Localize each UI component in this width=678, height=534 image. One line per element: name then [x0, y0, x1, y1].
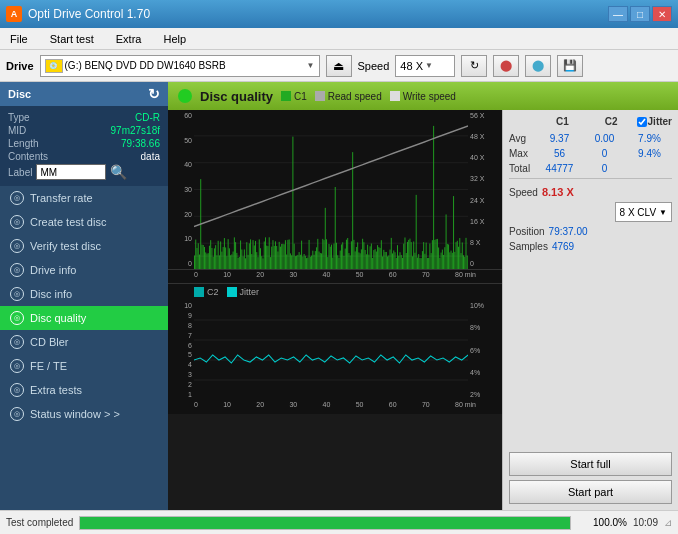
svg-rect-88: [296, 256, 297, 269]
svg-rect-182: [413, 241, 414, 269]
svg-rect-96: [306, 258, 307, 269]
svg-rect-42: [239, 257, 240, 269]
refresh-button[interactable]: ↻: [461, 55, 487, 77]
menu-bar: File Start test Extra Help: [0, 28, 678, 50]
svg-rect-41: [238, 258, 239, 269]
legend-jitter-label: Jitter: [240, 287, 260, 297]
svg-rect-82: [289, 239, 290, 269]
sidebar-item-cd-bler[interactable]: ◎ CD Bler: [0, 330, 168, 354]
drive-select[interactable]: 💿 (G:) BENQ DVD DD DW1640 BSRB ▼: [40, 55, 320, 77]
svg-rect-160: [386, 252, 387, 269]
svg-rect-49: [248, 255, 249, 269]
svg-rect-147: [370, 246, 371, 269]
svg-rect-20: [211, 248, 212, 269]
sidebar-item-extra-tests[interactable]: ◎ Extra tests: [0, 378, 168, 402]
svg-rect-185: [417, 258, 418, 269]
start-part-button[interactable]: Start part: [509, 480, 672, 504]
svg-rect-59: [260, 248, 261, 269]
svg-rect-44: [241, 249, 242, 269]
disc-label-input[interactable]: [36, 164, 106, 180]
svg-rect-39: [235, 242, 236, 269]
speed-select[interactable]: 48 X ▼: [395, 55, 455, 77]
y-right-56x: 56 X: [470, 112, 500, 119]
resize-grip-icon: ⊿: [664, 517, 672, 528]
sidebar-item-disc-info[interactable]: ◎ Disc info: [0, 282, 168, 306]
y-right-32x: 32 X: [470, 175, 500, 182]
y-right-16x: 16 X: [470, 218, 500, 225]
svg-rect-30: [224, 238, 225, 269]
speed-value: 48 X: [400, 60, 423, 72]
drive-eject-button[interactable]: ⏏: [326, 55, 352, 77]
svg-rect-178: [408, 240, 409, 269]
sidebar-item-verify-test-disc[interactable]: ◎ Verify test disc: [0, 234, 168, 258]
extra-tests-label: Extra tests: [30, 384, 82, 396]
svg-rect-87: [295, 256, 296, 269]
minimize-button[interactable]: —: [608, 6, 628, 22]
svg-rect-76: [281, 244, 282, 269]
start-full-button[interactable]: Start full: [509, 452, 672, 476]
disc-quality-icon: ◎: [10, 311, 24, 325]
y-right-10pct: 10%: [470, 302, 500, 309]
svg-rect-222: [463, 255, 464, 269]
sidebar-item-fe-te[interactable]: ◎ FE / TE: [0, 354, 168, 378]
svg-rect-155: [380, 248, 381, 269]
svg-rect-192: [426, 243, 427, 269]
svg-rect-48: [246, 242, 247, 269]
avg-jitter: 7.9%: [627, 133, 672, 144]
svg-rect-152: [376, 252, 377, 269]
save-button[interactable]: 💾: [557, 55, 583, 77]
close-button[interactable]: ✕: [652, 6, 672, 22]
y-right-24x: 24 X: [470, 197, 500, 204]
sidebar-item-status-window[interactable]: ◎ Status window > >: [0, 402, 168, 426]
sidebar-item-transfer-rate[interactable]: ◎ Transfer rate: [0, 186, 168, 210]
max-jitter: 9.4%: [627, 148, 672, 159]
svg-rect-117: [332, 258, 333, 269]
svg-rect-71: [275, 241, 276, 269]
svg-rect-196: [431, 253, 432, 269]
y-right-4pct: 4%: [470, 369, 500, 376]
menu-start-test[interactable]: Start test: [44, 31, 100, 47]
legend-c1: C1: [281, 91, 307, 102]
svg-rect-110: [324, 240, 325, 269]
maximize-button[interactable]: □: [630, 6, 650, 22]
svg-rect-34: [229, 248, 230, 269]
disc-refresh-icon[interactable]: ↻: [148, 86, 160, 102]
settings-button2[interactable]: ⬤: [525, 55, 551, 77]
svg-rect-168: [396, 258, 397, 269]
disc-contents-val: data: [141, 151, 160, 162]
menu-file[interactable]: File: [4, 31, 34, 47]
sidebar-item-disc-quality[interactable]: ◎ Disc quality: [0, 306, 168, 330]
settings-button1[interactable]: ⬤: [493, 55, 519, 77]
svg-rect-143: [365, 250, 366, 269]
svg-rect-129: [347, 238, 348, 269]
svg-rect-95: [305, 256, 306, 269]
svg-rect-224: [466, 238, 467, 269]
legend-jitter-color: [227, 287, 237, 297]
svg-rect-127: [345, 249, 346, 269]
y-bot-5: 5: [170, 351, 192, 358]
legend-c2-color: [194, 287, 204, 297]
speed-mode-dropdown[interactable]: 8 X CLV ▼: [615, 202, 672, 222]
svg-rect-170: [398, 256, 399, 269]
svg-rect-36: [231, 254, 232, 269]
svg-rect-156: [381, 240, 382, 269]
jitter-checkbox[interactable]: [637, 117, 647, 127]
speed-dropdown-arrow: ▼: [425, 61, 433, 70]
samples-label: Samples: [509, 241, 548, 252]
svg-rect-33: [228, 239, 229, 269]
svg-rect-115: [330, 247, 331, 269]
svg-rect-186: [418, 254, 419, 269]
svg-rect-102: [314, 255, 315, 269]
sidebar-item-create-test-disc[interactable]: ◎ Create test disc: [0, 210, 168, 234]
drive-info-icon: ◎: [10, 263, 24, 277]
label-search-icon[interactable]: 🔍: [110, 164, 127, 180]
disc-info-icon: ◎: [10, 287, 24, 301]
sidebar-item-drive-info[interactable]: ◎ Drive info: [0, 258, 168, 282]
svg-rect-140: [361, 249, 362, 269]
svg-rect-205: [442, 250, 443, 269]
y-top-40: 40: [170, 161, 192, 168]
svg-rect-109: [322, 239, 323, 269]
menu-extra[interactable]: Extra: [110, 31, 148, 47]
menu-help[interactable]: Help: [157, 31, 192, 47]
svg-rect-86: [294, 244, 295, 269]
